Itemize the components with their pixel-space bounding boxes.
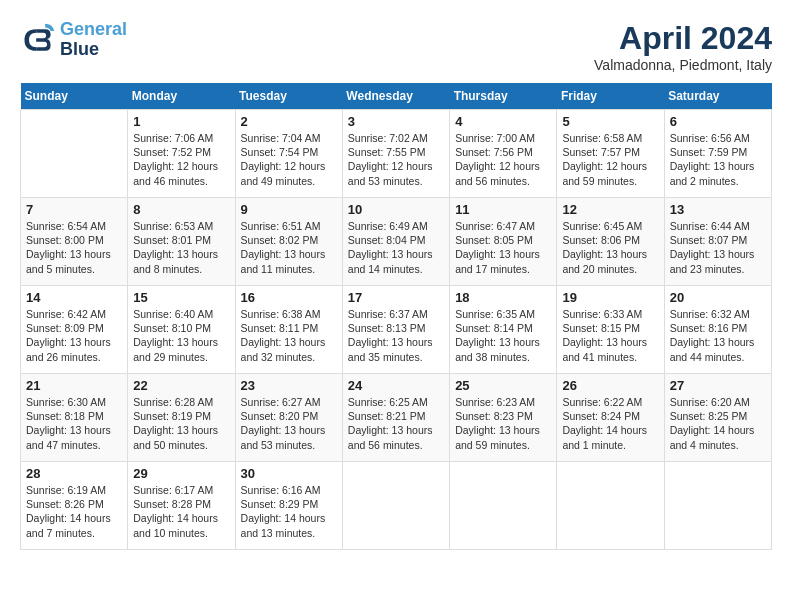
- cell-info: Sunrise: 6:38 AM Sunset: 8:11 PM Dayligh…: [241, 307, 337, 364]
- cell-info: Sunrise: 6:37 AM Sunset: 8:13 PM Dayligh…: [348, 307, 444, 364]
- calendar-cell: 6Sunrise: 6:56 AM Sunset: 7:59 PM Daylig…: [664, 110, 771, 198]
- calendar-cell: 15Sunrise: 6:40 AM Sunset: 8:10 PM Dayli…: [128, 286, 235, 374]
- calendar-cell: 4Sunrise: 7:00 AM Sunset: 7:56 PM Daylig…: [450, 110, 557, 198]
- cell-info: Sunrise: 6:32 AM Sunset: 8:16 PM Dayligh…: [670, 307, 766, 364]
- weekday-header-tuesday: Tuesday: [235, 83, 342, 110]
- cell-info: Sunrise: 6:51 AM Sunset: 8:02 PM Dayligh…: [241, 219, 337, 276]
- calendar-cell: [342, 462, 449, 550]
- day-number: 29: [133, 466, 229, 481]
- calendar-cell: 14Sunrise: 6:42 AM Sunset: 8:09 PM Dayli…: [21, 286, 128, 374]
- day-number: 11: [455, 202, 551, 217]
- calendar-cell: 7Sunrise: 6:54 AM Sunset: 8:00 PM Daylig…: [21, 198, 128, 286]
- calendar-cell: 11Sunrise: 6:47 AM Sunset: 8:05 PM Dayli…: [450, 198, 557, 286]
- cell-info: Sunrise: 6:20 AM Sunset: 8:25 PM Dayligh…: [670, 395, 766, 452]
- calendar-cell: 12Sunrise: 6:45 AM Sunset: 8:06 PM Dayli…: [557, 198, 664, 286]
- day-number: 2: [241, 114, 337, 129]
- calendar-cell: 1Sunrise: 7:06 AM Sunset: 7:52 PM Daylig…: [128, 110, 235, 198]
- weekday-header-saturday: Saturday: [664, 83, 771, 110]
- calendar-cell: 13Sunrise: 6:44 AM Sunset: 8:07 PM Dayli…: [664, 198, 771, 286]
- day-number: 10: [348, 202, 444, 217]
- calendar-cell: [664, 462, 771, 550]
- cell-info: Sunrise: 6:40 AM Sunset: 8:10 PM Dayligh…: [133, 307, 229, 364]
- calendar-table: SundayMondayTuesdayWednesdayThursdayFrid…: [20, 83, 772, 550]
- calendar-cell: 26Sunrise: 6:22 AM Sunset: 8:24 PM Dayli…: [557, 374, 664, 462]
- cell-info: Sunrise: 6:53 AM Sunset: 8:01 PM Dayligh…: [133, 219, 229, 276]
- calendar-cell: [557, 462, 664, 550]
- weekday-header-wednesday: Wednesday: [342, 83, 449, 110]
- calendar-cell: 9Sunrise: 6:51 AM Sunset: 8:02 PM Daylig…: [235, 198, 342, 286]
- day-number: 6: [670, 114, 766, 129]
- day-number: 1: [133, 114, 229, 129]
- day-number: 22: [133, 378, 229, 393]
- day-number: 18: [455, 290, 551, 305]
- calendar-week-1: 1Sunrise: 7:06 AM Sunset: 7:52 PM Daylig…: [21, 110, 772, 198]
- cell-info: Sunrise: 6:56 AM Sunset: 7:59 PM Dayligh…: [670, 131, 766, 188]
- cell-info: Sunrise: 6:17 AM Sunset: 8:28 PM Dayligh…: [133, 483, 229, 540]
- day-number: 12: [562, 202, 658, 217]
- calendar-cell: [450, 462, 557, 550]
- day-number: 15: [133, 290, 229, 305]
- day-number: 26: [562, 378, 658, 393]
- cell-info: Sunrise: 7:06 AM Sunset: 7:52 PM Dayligh…: [133, 131, 229, 188]
- calendar-cell: 25Sunrise: 6:23 AM Sunset: 8:23 PM Dayli…: [450, 374, 557, 462]
- day-number: 7: [26, 202, 122, 217]
- cell-info: Sunrise: 7:02 AM Sunset: 7:55 PM Dayligh…: [348, 131, 444, 188]
- weekday-header-row: SundayMondayTuesdayWednesdayThursdayFrid…: [21, 83, 772, 110]
- day-number: 28: [26, 466, 122, 481]
- calendar-cell: 19Sunrise: 6:33 AM Sunset: 8:15 PM Dayli…: [557, 286, 664, 374]
- calendar-week-3: 14Sunrise: 6:42 AM Sunset: 8:09 PM Dayli…: [21, 286, 772, 374]
- weekday-header-friday: Friday: [557, 83, 664, 110]
- cell-info: Sunrise: 6:54 AM Sunset: 8:00 PM Dayligh…: [26, 219, 122, 276]
- calendar-week-2: 7Sunrise: 6:54 AM Sunset: 8:00 PM Daylig…: [21, 198, 772, 286]
- day-number: 30: [241, 466, 337, 481]
- day-number: 21: [26, 378, 122, 393]
- calendar-cell: 10Sunrise: 6:49 AM Sunset: 8:04 PM Dayli…: [342, 198, 449, 286]
- calendar-cell: 18Sunrise: 6:35 AM Sunset: 8:14 PM Dayli…: [450, 286, 557, 374]
- cell-info: Sunrise: 6:23 AM Sunset: 8:23 PM Dayligh…: [455, 395, 551, 452]
- day-number: 19: [562, 290, 658, 305]
- day-number: 4: [455, 114, 551, 129]
- calendar-cell: [21, 110, 128, 198]
- day-number: 13: [670, 202, 766, 217]
- calendar-cell: 16Sunrise: 6:38 AM Sunset: 8:11 PM Dayli…: [235, 286, 342, 374]
- day-number: 17: [348, 290, 444, 305]
- location: Valmadonna, Piedmont, Italy: [594, 57, 772, 73]
- calendar-cell: 21Sunrise: 6:30 AM Sunset: 8:18 PM Dayli…: [21, 374, 128, 462]
- cell-info: Sunrise: 6:16 AM Sunset: 8:29 PM Dayligh…: [241, 483, 337, 540]
- calendar-cell: 3Sunrise: 7:02 AM Sunset: 7:55 PM Daylig…: [342, 110, 449, 198]
- cell-info: Sunrise: 6:44 AM Sunset: 8:07 PM Dayligh…: [670, 219, 766, 276]
- weekday-header-thursday: Thursday: [450, 83, 557, 110]
- calendar-cell: 23Sunrise: 6:27 AM Sunset: 8:20 PM Dayli…: [235, 374, 342, 462]
- day-number: 5: [562, 114, 658, 129]
- day-number: 23: [241, 378, 337, 393]
- calendar-cell: 20Sunrise: 6:32 AM Sunset: 8:16 PM Dayli…: [664, 286, 771, 374]
- day-number: 27: [670, 378, 766, 393]
- cell-info: Sunrise: 6:30 AM Sunset: 8:18 PM Dayligh…: [26, 395, 122, 452]
- calendar-cell: 17Sunrise: 6:37 AM Sunset: 8:13 PM Dayli…: [342, 286, 449, 374]
- day-number: 24: [348, 378, 444, 393]
- cell-info: Sunrise: 6:27 AM Sunset: 8:20 PM Dayligh…: [241, 395, 337, 452]
- cell-info: Sunrise: 6:28 AM Sunset: 8:19 PM Dayligh…: [133, 395, 229, 452]
- weekday-header-monday: Monday: [128, 83, 235, 110]
- day-number: 8: [133, 202, 229, 217]
- cell-info: Sunrise: 6:49 AM Sunset: 8:04 PM Dayligh…: [348, 219, 444, 276]
- calendar-cell: 28Sunrise: 6:19 AM Sunset: 8:26 PM Dayli…: [21, 462, 128, 550]
- calendar-cell: 29Sunrise: 6:17 AM Sunset: 8:28 PM Dayli…: [128, 462, 235, 550]
- logo: General Blue: [20, 20, 127, 60]
- day-number: 14: [26, 290, 122, 305]
- cell-info: Sunrise: 6:33 AM Sunset: 8:15 PM Dayligh…: [562, 307, 658, 364]
- logo-icon: [20, 22, 56, 58]
- calendar-week-4: 21Sunrise: 6:30 AM Sunset: 8:18 PM Dayli…: [21, 374, 772, 462]
- day-number: 3: [348, 114, 444, 129]
- day-number: 20: [670, 290, 766, 305]
- cell-info: Sunrise: 7:04 AM Sunset: 7:54 PM Dayligh…: [241, 131, 337, 188]
- day-number: 16: [241, 290, 337, 305]
- cell-info: Sunrise: 6:42 AM Sunset: 8:09 PM Dayligh…: [26, 307, 122, 364]
- cell-info: Sunrise: 6:25 AM Sunset: 8:21 PM Dayligh…: [348, 395, 444, 452]
- calendar-cell: 27Sunrise: 6:20 AM Sunset: 8:25 PM Dayli…: [664, 374, 771, 462]
- page-header: General Blue April 2024 Valmadonna, Pied…: [20, 20, 772, 73]
- calendar-cell: 8Sunrise: 6:53 AM Sunset: 8:01 PM Daylig…: [128, 198, 235, 286]
- cell-info: Sunrise: 6:45 AM Sunset: 8:06 PM Dayligh…: [562, 219, 658, 276]
- title-block: April 2024 Valmadonna, Piedmont, Italy: [594, 20, 772, 73]
- day-number: 25: [455, 378, 551, 393]
